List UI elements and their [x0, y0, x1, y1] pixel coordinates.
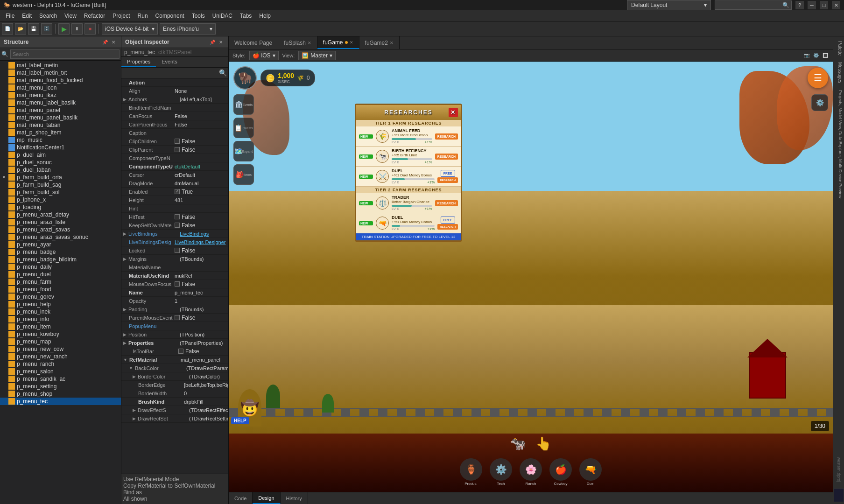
- list-item[interactable]: p_menu_arazi_savas: [0, 226, 121, 233]
- list-item[interactable]: p_menu_ayar: [0, 241, 121, 248]
- list-item[interactable]: p_menu_arazi_savas_sonuc: [0, 233, 121, 241]
- research-btn-1[interactable]: RESEARCH: [435, 133, 458, 140]
- prop-margins[interactable]: ▶ Margins (TBounds): [121, 255, 228, 263]
- list-item[interactable]: p_menu_food: [0, 286, 121, 293]
- list-item[interactable]: p_menu_ranch: [0, 360, 121, 368]
- tab-history[interactable]: History: [281, 492, 308, 504]
- list-item[interactable]: mat_menu_panel_baslik: [0, 114, 121, 121]
- prop-position[interactable]: ▶ Position (TPosition): [121, 330, 228, 339]
- research-btn-2[interactable]: RESEARCH: [435, 154, 458, 160]
- hit-test-checkbox[interactable]: [175, 214, 180, 219]
- list-item[interactable]: p_menu_inek: [0, 308, 121, 315]
- menu-button[interactable]: ☰: [808, 68, 828, 88]
- menu-search[interactable]: Search: [35, 12, 61, 20]
- inspector-pin[interactable]: 📌: [209, 38, 216, 46]
- list-item[interactable]: p_menu_arazi_liste: [0, 218, 121, 226]
- list-item[interactable]: mat_menu_ikaz: [0, 91, 121, 99]
- research-btn-5[interactable]: RESEARCH: [437, 224, 458, 230]
- list-item[interactable]: mat_label_metin_txt: [0, 69, 121, 77]
- list-item-selected[interactable]: p_menu_tec: [0, 398, 121, 405]
- list-item[interactable]: p_menu_setting: [0, 383, 121, 390]
- prop-draw-effect[interactable]: ▶ DrawEffectS (TDrawRectEffectSetting): [121, 406, 228, 414]
- view-btn-2[interactable]: ⚙️: [812, 52, 820, 59]
- tab-close[interactable]: ✕: [350, 40, 353, 45]
- list-item[interactable]: p_menu_badge: [0, 248, 121, 256]
- events-button[interactable]: 🏛️Events: [233, 94, 254, 115]
- tab-fugame[interactable]: fuGame ✕: [317, 36, 359, 49]
- prop-draw-rect[interactable]: ▶ DrawRectSet (TDrawRectSetting): [121, 414, 228, 423]
- mouse-down-checkbox[interactable]: [175, 281, 180, 287]
- menu-tools[interactable]: Tools: [188, 12, 209, 20]
- nav-item-duel[interactable]: 🔫 Duel: [579, 458, 602, 486]
- list-item[interactable]: mat_p_shop_item: [0, 129, 121, 136]
- tb-new[interactable]: 📄: [2, 23, 13, 35]
- prop-padding[interactable]: ▶ Padding (TBounds): [121, 305, 228, 314]
- style-dropdown[interactable]: 🍎 iOS ▾: [249, 51, 279, 60]
- menu-tabs[interactable]: Tabs: [236, 12, 255, 20]
- list-item[interactable]: p_menu_help: [0, 301, 121, 308]
- close-button[interactable]: ✕: [832, 1, 840, 9]
- nav-icon-ranch[interactable]: 🌸: [520, 458, 542, 481]
- clip-parent-checkbox[interactable]: [175, 147, 180, 152]
- research-close-btn[interactable]: ✕: [449, 108, 458, 117]
- help-button[interactable]: ?: [795, 1, 804, 9]
- list-item[interactable]: p_menu_badge_bildirim: [0, 256, 121, 263]
- global-search-input[interactable]: [715, 2, 781, 8]
- tb-stop[interactable]: ■: [84, 23, 96, 35]
- list-item[interactable]: p_menu_arazi_detay: [0, 211, 121, 218]
- nav-item-ranch[interactable]: 🌸 Ranch: [520, 458, 542, 486]
- list-item[interactable]: mat_menu_taban: [0, 121, 121, 129]
- list-item[interactable]: mat_label_metin: [0, 62, 121, 69]
- prop-border-color[interactable]: ▶ BorderColor (TDrawColor): [121, 372, 228, 381]
- list-item[interactable]: mat_menu_label_baslik: [0, 99, 121, 106]
- expand-button[interactable]: 🗺️Expand: [233, 141, 254, 161]
- list-item[interactable]: p_farm_build_sag: [0, 181, 121, 189]
- prop-ref-material[interactable]: ▼ RefMaterial mat_menu_panel: [121, 356, 228, 364]
- minimize-button[interactable]: ─: [808, 1, 816, 9]
- settings-right-button[interactable]: ⚙️: [811, 94, 828, 111]
- nav-icon-duel[interactable]: 🔫: [579, 458, 602, 481]
- menu-help[interactable]: Help: [255, 12, 274, 20]
- nav-item-tech[interactable]: ⚙️ Tech: [490, 458, 512, 486]
- tb-save-all[interactable]: 🗄️: [41, 23, 52, 35]
- research-btn-3[interactable]: RESEARCH: [437, 177, 458, 183]
- research-btn-3-free[interactable]: FREE: [441, 170, 455, 177]
- tab-fugame2[interactable]: fuGame2 ✕: [359, 36, 400, 49]
- view-btn-3[interactable]: 🔳: [822, 52, 829, 59]
- bison-avatar[interactable]: 🦬: [233, 66, 257, 90]
- list-item[interactable]: mat_menu_food_b_locked: [0, 77, 121, 84]
- search-box[interactable]: 🔍: [715, 0, 792, 10]
- research-btn-5-free[interactable]: FREE: [441, 217, 455, 224]
- tab-welcome-page[interactable]: Welcome Page: [229, 36, 278, 49]
- list-item[interactable]: p_farm_build_sol: [0, 189, 121, 196]
- list-item[interactable]: p_menu_salon: [0, 368, 121, 375]
- list-item[interactable]: p_menu_map: [0, 338, 121, 345]
- prop-back-color[interactable]: ▼ BackColor (TDrawRectParam): [121, 364, 228, 372]
- list-item[interactable]: p_menu_shop: [0, 390, 121, 398]
- sidebar-tab-palette[interactable]: Palette: [834, 38, 844, 58]
- research-btn-4[interactable]: RESEARCH: [435, 200, 458, 206]
- tab-close[interactable]: ✕: [308, 41, 311, 45]
- maximize-button[interactable]: □: [820, 1, 828, 9]
- list-item[interactable]: p_menu_new_ranch: [0, 353, 121, 360]
- menu-run[interactable]: Run: [134, 12, 152, 20]
- nav-icon-cowboy[interactable]: 🍎: [549, 458, 572, 481]
- nav-icon-produc[interactable]: 🏺: [460, 458, 482, 481]
- tab-events[interactable]: Events: [156, 57, 183, 67]
- device-dropdown[interactable]: Enes iPhone'u ▾: [160, 23, 216, 35]
- tb-open[interactable]: 📂: [15, 23, 26, 35]
- nav-item-cowboy[interactable]: 🍎 Cowboy: [549, 458, 572, 486]
- inspector-close[interactable]: ✕: [217, 38, 225, 46]
- list-item[interactable]: p_duel_sonuc: [0, 159, 121, 166]
- help-label[interactable]: HELP: [231, 417, 249, 424]
- tb-run[interactable]: ▶: [58, 23, 70, 35]
- keep-self-checkbox[interactable]: [175, 223, 180, 228]
- prop-properties[interactable]: ▶ Properties (TPanelProperties): [121, 339, 228, 347]
- sidebar-tab-projects[interactable]: Projects, Model View, Data Explorer, Mul…: [834, 87, 844, 201]
- tb-save[interactable]: 💾: [28, 23, 39, 35]
- tab-properties[interactable]: Properties: [121, 57, 156, 67]
- list-item[interactable]: p_menu_kowboy: [0, 330, 121, 338]
- nav-item-produc[interactable]: 🏺 Produc.: [460, 458, 482, 486]
- prop-anchors[interactable]: ▶ Anchors [akLeft,akTop]: [121, 95, 228, 104]
- structure-close[interactable]: ✕: [110, 38, 117, 46]
